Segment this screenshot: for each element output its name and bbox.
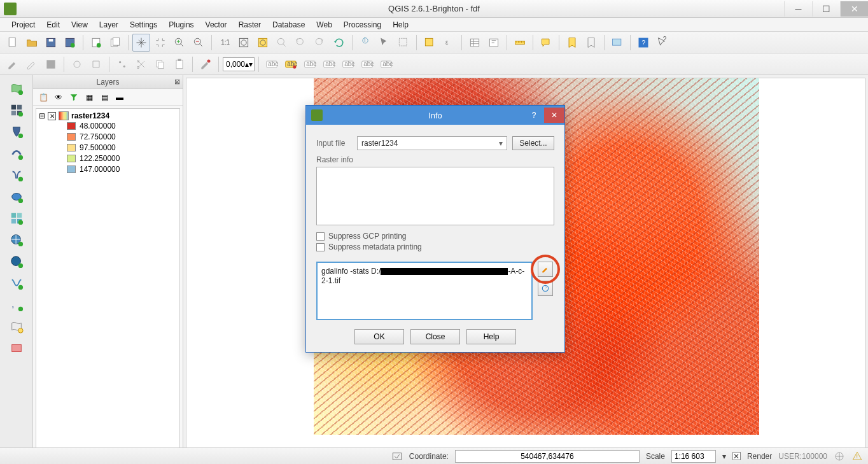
- field-calc-icon[interactable]: [485, 34, 503, 52]
- layer-row-raster[interactable]: ⊟ ✕ raster1234: [39, 111, 177, 120]
- input-file-combo[interactable]: raster1234: [357, 136, 507, 150]
- whats-this-icon[interactable]: ?: [654, 34, 671, 52]
- label-abc2-icon[interactable]: abc: [282, 55, 300, 73]
- layer-checkbox[interactable]: ✕: [48, 112, 56, 120]
- add-spatialite-icon[interactable]: [7, 144, 26, 163]
- coord-input[interactable]: [455, 450, 640, 463]
- label-abc7-icon[interactable]: abc: [377, 55, 395, 73]
- dialog-close-icon[interactable]: ✕: [544, 108, 564, 123]
- pan-icon[interactable]: [132, 34, 150, 52]
- add-oracle-icon[interactable]: [7, 187, 26, 206]
- minimize-button[interactable]: ─: [784, 1, 812, 17]
- move-feature-icon[interactable]: [87, 55, 105, 73]
- scale-input[interactable]: [671, 450, 716, 463]
- reset-command-button[interactable]: [538, 281, 553, 296]
- new-project-icon[interactable]: [4, 34, 22, 52]
- add-mssql-icon[interactable]: [7, 165, 26, 185]
- remove-layer-icon[interactable]: [7, 339, 26, 358]
- menu-plugins[interactable]: Plugins: [164, 19, 199, 31]
- crs-icon[interactable]: [834, 451, 845, 462]
- add-delimited-icon[interactable]: ,: [7, 295, 26, 314]
- select-by-expression-icon[interactable]: [395, 34, 412, 52]
- menu-help[interactable]: Help: [388, 19, 414, 31]
- refresh-icon[interactable]: [330, 34, 348, 52]
- layer-tree[interactable]: ⊟ ✕ raster1234 48.000000 72.750000 97.50…: [36, 108, 180, 460]
- maximize-button[interactable]: ☐: [812, 1, 840, 17]
- add-wms-icon[interactable]: [7, 209, 26, 228]
- save-as-icon[interactable]: [61, 34, 79, 52]
- raster-info-textarea[interactable]: [316, 167, 554, 225]
- toggle-extents-icon[interactable]: [391, 451, 403, 462]
- paste-icon[interactable]: [171, 55, 188, 73]
- label-abc4-icon[interactable]: abc: [320, 55, 338, 73]
- zoom-layer-icon[interactable]: [273, 34, 291, 52]
- identify-icon[interactable]: i: [356, 34, 374, 52]
- new-composer-icon[interactable]: [87, 34, 105, 52]
- save-project-icon[interactable]: [42, 34, 60, 52]
- edit-toggle-icon[interactable]: [4, 55, 22, 73]
- zoom-last-icon[interactable]: [292, 34, 310, 52]
- expression-icon[interactable]: ε: [440, 34, 458, 52]
- composer-manager-icon[interactable]: [106, 34, 124, 52]
- help-icon[interactable]: ?: [634, 34, 652, 52]
- add-wfs-icon[interactable]: [7, 252, 26, 271]
- select-file-button[interactable]: Select...: [512, 136, 554, 150]
- close-button[interactable]: Close: [410, 329, 460, 344]
- menu-web[interactable]: Web: [311, 19, 337, 31]
- messages-icon[interactable]: !: [851, 451, 863, 462]
- pan-to-selection-icon[interactable]: [151, 34, 169, 52]
- new-shapefile-icon[interactable]: [7, 317, 26, 336]
- add-raster-icon[interactable]: [7, 101, 26, 120]
- menu-edit[interactable]: Edit: [41, 19, 65, 31]
- save-edits-icon[interactable]: [42, 55, 60, 73]
- scale-dropdown-icon[interactable]: ▾: [722, 452, 726, 461]
- add-feature-icon[interactable]: [68, 55, 86, 73]
- copy-icon[interactable]: [151, 55, 169, 73]
- bookmark-new-icon[interactable]: [563, 34, 581, 52]
- delete-icon[interactable]: [197, 55, 214, 73]
- close-button[interactable]: ✕: [840, 1, 868, 17]
- label-abc3-icon[interactable]: abc: [301, 55, 319, 73]
- menu-raster[interactable]: Raster: [234, 19, 266, 31]
- label-abc6-icon[interactable]: abc: [358, 55, 376, 73]
- add-group-icon[interactable]: 📋: [37, 91, 50, 104]
- panel-close-icon[interactable]: ⊠: [174, 78, 180, 86]
- edit-pencil-icon[interactable]: [23, 55, 41, 73]
- label-abc1-icon[interactable]: abc: [263, 55, 281, 73]
- visibility-icon[interactable]: 👁: [52, 91, 65, 104]
- zoom-full-icon[interactable]: [235, 34, 253, 52]
- add-csv-icon[interactable]: [7, 274, 26, 293]
- suppress-meta-checkbox[interactable]: Suppress metadata printing: [316, 243, 554, 251]
- menu-processing[interactable]: Processing: [339, 19, 386, 31]
- spin-value[interactable]: 0,000▴▾: [223, 57, 255, 71]
- tree-collapse-icon[interactable]: ⊟: [39, 111, 45, 120]
- add-postgis-icon[interactable]: [7, 122, 26, 141]
- node-tool-icon[interactable]: [113, 55, 131, 73]
- zoom-native-icon[interactable]: 1:1: [216, 34, 234, 52]
- zoom-in-icon[interactable]: [171, 34, 188, 52]
- menu-view[interactable]: View: [66, 19, 93, 31]
- add-wcs-icon[interactable]: [7, 230, 26, 250]
- zoom-selection-icon[interactable]: [254, 34, 272, 52]
- ok-button[interactable]: OK: [354, 329, 404, 344]
- dialog-titlebar[interactable]: Info ? ✕: [306, 106, 564, 125]
- select-icon[interactable]: [375, 34, 393, 52]
- filter-icon[interactable]: [67, 91, 80, 104]
- bookmark-show-icon[interactable]: [582, 34, 600, 52]
- attribute-table-icon[interactable]: [466, 34, 484, 52]
- suppress-gcp-checkbox[interactable]: Suppress GCP printing: [316, 232, 554, 241]
- expand-icon[interactable]: ▦: [83, 91, 95, 104]
- menu-database[interactable]: Database: [267, 19, 310, 31]
- annotation-icon[interactable]: [608, 34, 626, 52]
- map-tips-icon[interactable]: [537, 34, 555, 52]
- deselect-icon[interactable]: [421, 34, 438, 52]
- command-textarea[interactable]: gdalinfo -stats D:/-A-c-2-1.tif: [316, 262, 533, 320]
- render-checkbox[interactable]: ✕: [732, 452, 741, 460]
- zoom-next-icon[interactable]: [311, 34, 329, 52]
- dialog-help-icon[interactable]: ?: [524, 108, 544, 123]
- open-project-icon[interactable]: [23, 34, 41, 52]
- menu-settings[interactable]: Settings: [125, 19, 162, 31]
- menu-layer[interactable]: Layer: [94, 19, 123, 31]
- help-button[interactable]: Help: [466, 329, 516, 344]
- menu-vector[interactable]: Vector: [200, 19, 232, 31]
